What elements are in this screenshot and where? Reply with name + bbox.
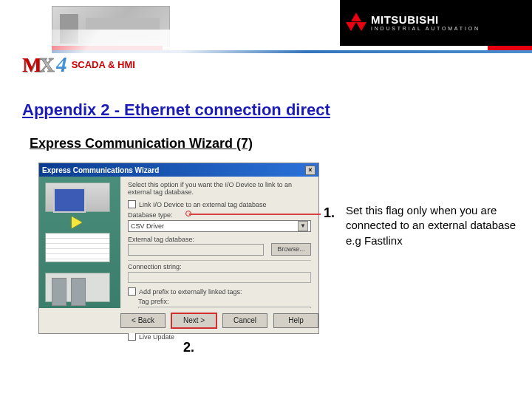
logo-letter-x: X — [39, 53, 54, 77]
cancel-button[interactable]: Cancel — [222, 313, 267, 328]
grid-icon — [45, 233, 110, 262]
live-update-label: Live Update — [139, 333, 174, 341]
link-label: Link I/O Device to an external tag datab… — [139, 201, 267, 208]
help-button[interactable]: Help — [273, 313, 318, 328]
prefix-checkbox[interactable] — [128, 287, 136, 296]
brand-sub: INDUSTRIAL AUTOMATION — [371, 26, 480, 31]
product-label: SCADA & HMI — [72, 59, 135, 70]
ext-db-label: External tag database: — [128, 236, 311, 243]
prefix-cb-label: Add prefix to externally linked tags: — [139, 288, 242, 296]
dialog-side-graphic — [39, 177, 120, 308]
callout-1-line — [189, 214, 321, 215]
link-checkbox[interactable] — [128, 200, 136, 208]
conn-input[interactable] — [128, 272, 311, 283]
page-title: Appendix 2 - Ethernet connection direct — [22, 100, 330, 120]
server-icon — [45, 273, 110, 302]
chevron-down-icon: ▼ — [298, 221, 308, 231]
intro-text: Select this option if you want the I/O D… — [128, 181, 311, 196]
wizard-dialog: Express Communications Wizard × Select t… — [38, 163, 319, 334]
back-button[interactable]: < Back — [120, 313, 166, 328]
decorative-hardware-photo — [52, 6, 170, 50]
dialog-titlebar: Express Communications Wizard × — [39, 163, 318, 177]
page-subtitle: Express Communication Wizard (7) — [30, 136, 253, 151]
callout-1-text: Set this flag only when you are connecte… — [346, 203, 531, 248]
logo-number-4: 4 — [56, 52, 67, 77]
brand-block: MITSUBISHI INDUSTRIAL AUTOMATION — [340, 0, 532, 46]
callout-2-number: 2. — [183, 340, 194, 355]
conn-label: Connection string: — [128, 263, 311, 270]
dialog-form: Select this option if you want the I/O D… — [120, 177, 318, 308]
close-icon[interactable]: × — [305, 166, 316, 175]
prefix-label: Tag prefix: — [138, 298, 311, 305]
db-type-label: Database type: — [128, 211, 311, 219]
next-button[interactable]: Next > — [171, 313, 216, 328]
browse-button[interactable]: Browse... — [271, 243, 311, 256]
live-update-checkbox[interactable] — [128, 332, 136, 341]
mitsubishi-logo-icon — [346, 13, 366, 33]
dialog-title: Express Communications Wizard — [42, 166, 159, 174]
product-logo: M X 4 SCADA & HMI — [22, 52, 135, 77]
arrow-icon — [72, 216, 82, 228]
brand-main: MITSUBISHI — [371, 14, 480, 26]
ext-db-input[interactable] — [128, 244, 264, 256]
dialog-button-row: < Back Next > Cancel Help — [39, 308, 318, 333]
db-type-value: CSV Driver — [131, 222, 298, 230]
callout-1-number: 1. — [324, 205, 335, 221]
pc-icon — [45, 183, 110, 212]
db-type-combo[interactable]: CSV Driver ▼ — [128, 220, 311, 232]
